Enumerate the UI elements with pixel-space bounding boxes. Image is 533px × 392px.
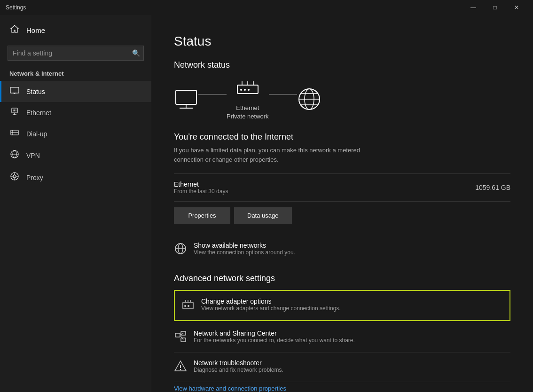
svg-rect-21	[176, 90, 196, 104]
proxy-icon	[9, 172, 20, 183]
sidebar-item-home[interactable]: Home	[0, 19, 151, 42]
troubleshoot-icon	[174, 360, 187, 375]
status-icon	[9, 86, 20, 96]
svg-point-53	[180, 369, 181, 370]
usage-info: Ethernet From the last 30 days	[174, 180, 228, 195]
svg-rect-46	[175, 333, 180, 337]
diagram-router: Ethernet Private network	[227, 79, 269, 121]
router-icon	[235, 79, 260, 101]
troubleshoot-item[interactable]: Network troubleshooter Diagnose and fix …	[174, 353, 510, 382]
globe-icon	[297, 87, 321, 113]
sidebar-proxy-label: Proxy	[26, 174, 43, 181]
sidebar-section-title: Network & Internet	[0, 68, 151, 81]
close-button[interactable]: ✕	[506, 0, 527, 15]
sidebar-item-dialup[interactable]: Dial-up	[0, 123, 151, 144]
network-diagram: Ethernet Private network	[174, 79, 510, 121]
window-controls: — □ ✕	[462, 0, 527, 15]
sidebar-ethernet-label: Ethernet	[26, 109, 51, 117]
show-networks-item[interactable]: Show available networks View the connect…	[174, 237, 510, 262]
sidebar-search-container: 🔍	[8, 46, 144, 61]
home-label: Home	[26, 26, 45, 34]
sidebar-vpn-label: VPN	[26, 152, 40, 159]
app-title: Settings	[6, 4, 26, 11]
svg-point-16	[13, 175, 16, 178]
ethernet-icon	[9, 108, 20, 118]
networks-icon	[174, 243, 187, 258]
connection-desc: If you have a limited data plan, you can…	[174, 146, 371, 164]
svg-point-29	[240, 89, 242, 91]
show-networks-text: Show available networks View the connect…	[194, 242, 295, 256]
svg-line-50	[180, 335, 183, 340]
network-status-title: Network status	[174, 60, 510, 70]
sharing-desc: For the networks you connect to, decide …	[194, 337, 355, 344]
svg-point-44	[184, 305, 186, 307]
connection-title: You're connected to the Internet	[174, 132, 510, 142]
advanced-title: Advanced network settings	[174, 274, 510, 283]
maximize-button[interactable]: □	[484, 0, 506, 15]
sidebar-item-proxy[interactable]: Proxy	[0, 166, 151, 188]
sharing-text: Network and Sharing Center For the netwo…	[194, 329, 355, 344]
app-body: Home 🔍 Network & Internet Status	[0, 15, 533, 392]
svg-point-31	[248, 89, 250, 91]
show-networks-title: Show available networks	[194, 242, 295, 249]
main-content: Status Network status	[151, 15, 533, 392]
line1	[198, 94, 227, 95]
line2	[269, 94, 297, 95]
minimize-button[interactable]: —	[462, 0, 484, 15]
adapter-icon	[181, 298, 195, 314]
diagram-label: Ethernet Private network	[227, 104, 269, 121]
troubleshoot-text: Network troubleshooter Diagnose and fix …	[194, 359, 283, 373]
change-adapter-card[interactable]: Change adapter options View network adap…	[174, 290, 510, 321]
usage-sub: From the last 30 days	[174, 188, 228, 195]
change-adapter-desc: View network adapters and change connect…	[201, 305, 341, 312]
sharing-icon	[174, 330, 187, 345]
search-input[interactable]	[8, 46, 144, 61]
page-title: Status	[174, 34, 510, 49]
action-buttons: Properties Data usage	[174, 207, 510, 224]
svg-point-30	[244, 89, 246, 91]
dialup-icon	[9, 129, 20, 139]
sidebar: Home 🔍 Network & Internet Status	[0, 15, 151, 392]
usage-name: Ethernet	[174, 180, 228, 188]
titlebar: Settings — □ ✕	[0, 0, 533, 15]
svg-rect-0	[10, 87, 19, 93]
change-adapter-text: Change adapter options View network adap…	[201, 298, 341, 312]
diagram-internet	[297, 87, 321, 113]
usage-card: Ethernet From the last 30 days 1059.61 G…	[174, 173, 510, 202]
search-icon-button[interactable]: 🔍	[132, 49, 140, 57]
properties-button[interactable]: Properties	[174, 207, 230, 224]
usage-amount: 1059.61 GB	[475, 184, 510, 191]
sharing-title: Network and Sharing Center	[194, 329, 355, 337]
show-networks-desc: View the connection options around you.	[194, 249, 295, 256]
troubleshoot-title: Network troubleshooter	[194, 359, 283, 367]
diagram-computer	[174, 89, 198, 111]
sidebar-item-vpn[interactable]: VPN	[0, 144, 151, 166]
sidebar-item-status[interactable]: Status	[0, 81, 151, 102]
view-hardware-link[interactable]: View hardware and connection properties	[174, 382, 510, 392]
vpn-icon	[9, 150, 20, 161]
svg-point-45	[188, 305, 189, 307]
change-adapter-title: Change adapter options	[201, 298, 341, 305]
sharing-center-item[interactable]: Network and Sharing Center For the netwo…	[174, 323, 510, 353]
home-icon	[9, 24, 20, 36]
sidebar-status-label: Status	[26, 88, 45, 95]
computer-icon	[174, 89, 198, 111]
troubleshoot-desc: Diagnose and fix network problems.	[194, 367, 283, 373]
sidebar-item-ethernet[interactable]: Ethernet	[0, 102, 151, 123]
data-usage-button[interactable]: Data usage	[234, 207, 292, 224]
sidebar-dialup-label: Dial-up	[26, 130, 47, 138]
